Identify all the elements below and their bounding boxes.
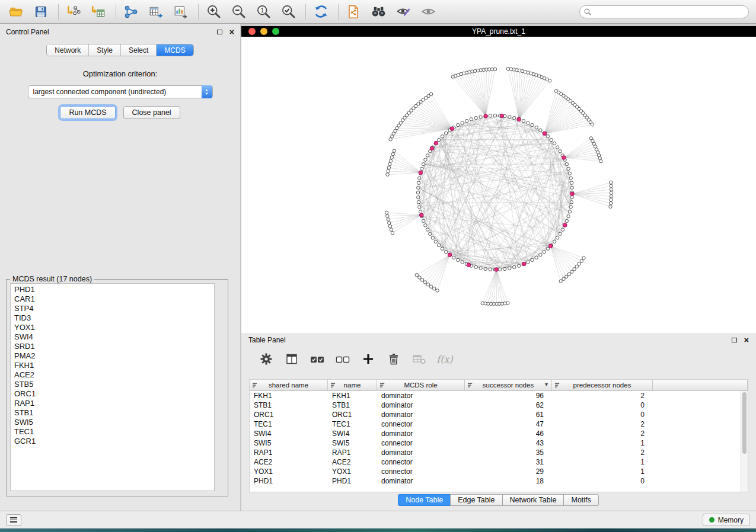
new-network-button[interactable] — [122, 3, 140, 21]
export-image-button[interactable] — [172, 3, 190, 21]
cell-shared-name: STB1 — [250, 400, 328, 410]
sort-icon — [331, 383, 336, 388]
window-close-button[interactable] — [248, 28, 256, 35]
mcds-result-item[interactable]: YOX1 — [11, 323, 214, 332]
tab-edge-table[interactable]: Edge Table — [450, 494, 502, 506]
table-row[interactable]: TEC1 TEC1 connector 47 2 — [250, 419, 741, 429]
sort-icon — [380, 383, 385, 388]
annotation-button[interactable] — [394, 3, 412, 21]
zoom-in-button[interactable] — [205, 3, 222, 21]
table-row[interactable]: ORC1 ORC1 dominator 61 0 — [250, 410, 741, 419]
zoom-fit-icon: 1 — [256, 4, 272, 20]
memory-button[interactable]: Memory — [703, 514, 750, 526]
select-all-button[interactable] — [310, 351, 325, 367]
column-header-predecessor-nodes[interactable]: predecessor nodes — [552, 380, 653, 390]
import-network-icon — [66, 4, 81, 20]
column-settings-button[interactable] — [259, 351, 274, 367]
mcds-result-item[interactable]: ORC1 — [11, 389, 214, 399]
delete-column-button[interactable] — [386, 351, 401, 367]
mcds-result-item[interactable]: ACE2 — [11, 370, 214, 380]
tab-node-table[interactable]: Node Table — [398, 494, 451, 506]
cell-predecessor-nodes: 2 — [552, 429, 653, 438]
column-header-successor-nodes[interactable]: successor nodes ▾ — [465, 380, 552, 390]
cell-shared-name: ACE2 — [250, 457, 328, 467]
table-row[interactable]: RAP1 RAP1 dominator 35 2 — [250, 448, 741, 457]
zoom-out-button[interactable] — [229, 3, 247, 21]
zoom-fit-button[interactable]: 1 — [254, 3, 272, 21]
mcds-result-item[interactable]: RAP1 — [11, 399, 214, 408]
deselect-all-button[interactable] — [335, 351, 350, 367]
mcds-result-item[interactable]: GCR1 — [11, 437, 214, 446]
table-row[interactable]: SWI4 SWI4 dominator 46 2 — [250, 429, 741, 438]
add-column-button[interactable] — [361, 351, 376, 367]
network-from-table-button[interactable] — [147, 3, 165, 21]
zoom-out-icon — [231, 4, 247, 20]
run-mcds-button[interactable]: Run MCDS — [60, 106, 115, 119]
table-row[interactable]: STB1 STB1 dominator 62 0 — [250, 400, 741, 410]
search-network-button[interactable] — [369, 3, 387, 21]
tab-select[interactable]: Select — [121, 44, 157, 56]
mcds-result-item[interactable]: TEC1 — [11, 427, 214, 437]
publish-document-button[interactable] — [344, 3, 362, 21]
cell-mcds-role: dominator — [377, 448, 465, 457]
column-header-name[interactable]: name — [328, 380, 377, 390]
search-input[interactable] — [579, 5, 749, 18]
cell-successor-nodes: 96 — [465, 391, 552, 400]
tab-network[interactable]: Network — [47, 44, 89, 56]
mcds-result-item[interactable]: STP4 — [11, 304, 214, 313]
mcds-result-item[interactable]: STB1 — [11, 408, 214, 418]
close-table-panel-icon[interactable]: × — [744, 336, 749, 344]
float-table-panel-icon[interactable] — [732, 338, 737, 342]
sort-icon — [468, 383, 473, 388]
import-table-icon — [91, 4, 106, 20]
mcds-result-item[interactable]: FKH1 — [11, 361, 214, 370]
mcds-result-item[interactable]: STB5 — [11, 380, 214, 389]
criterion-select[interactable]: largest connected component (undirected)… — [28, 85, 213, 98]
show-hide-button[interactable] — [419, 3, 437, 21]
function-builder-button[interactable]: f(x) — [437, 351, 452, 367]
tab-style[interactable]: Style — [89, 44, 121, 56]
mcds-result-item[interactable]: PHD1 — [11, 285, 214, 294]
import-table-button[interactable] — [90, 3, 107, 21]
toggle-column-panel-button[interactable] — [284, 351, 299, 367]
mcds-result-item[interactable]: TID3 — [11, 313, 214, 323]
mcds-result-item[interactable]: CAR1 — [11, 294, 214, 304]
tab-motifs[interactable]: Motifs — [563, 494, 598, 506]
toolbar-separator — [338, 4, 339, 20]
mcds-result-item[interactable]: PMA2 — [11, 351, 214, 361]
close-panel-button[interactable]: Close panel — [123, 106, 180, 119]
cell-predecessor-nodes: 1 — [552, 457, 653, 467]
mcds-result-item[interactable]: SWI5 — [11, 418, 214, 427]
mcds-result-item[interactable]: SWI4 — [11, 332, 214, 342]
table-arrow-icon — [148, 4, 164, 20]
float-panel-icon[interactable] — [217, 30, 222, 34]
tab-network-table[interactable]: Network Table — [502, 494, 564, 506]
cell-mcds-role: dominator — [377, 429, 465, 438]
scrollbar-thumb[interactable] — [742, 392, 747, 454]
toolbar-separator — [58, 4, 59, 20]
table-row[interactable]: FKH1 FKH1 dominator 96 2 — [250, 391, 741, 400]
show-panel-list-button[interactable] — [6, 514, 21, 526]
cell-predecessor-nodes: 2 — [552, 448, 653, 457]
delete-table-button[interactable] — [412, 351, 427, 367]
zoom-selected-button[interactable] — [279, 3, 297, 21]
close-panel-icon[interactable]: × — [229, 28, 234, 36]
network-canvas[interactable] — [241, 37, 756, 333]
table-row[interactable]: ACE2 ACE2 connector 31 1 — [250, 457, 741, 467]
cell-successor-nodes: 35 — [465, 448, 552, 457]
window-minimize-button[interactable] — [260, 28, 267, 35]
network-share-icon — [123, 4, 139, 20]
tab-mcds[interactable]: MCDS — [157, 44, 193, 56]
open-file-button[interactable] — [7, 3, 25, 21]
column-header-shared-name[interactable]: shared name — [250, 380, 328, 390]
mcds-result-item[interactable]: SRD1 — [11, 342, 214, 351]
table-row[interactable]: PHD1 PHD1 dominator 18 0 — [250, 476, 741, 486]
table-row[interactable]: SWI5 SWI5 connector 43 1 — [250, 438, 741, 448]
window-zoom-button[interactable] — [272, 28, 279, 35]
column-header-mcds-role[interactable]: MCDS role — [377, 380, 465, 390]
import-network-button[interactable] — [65, 3, 82, 21]
optimization-criterion-label: Optimization criterion: — [0, 69, 240, 78]
apply-layout-button[interactable] — [312, 3, 330, 21]
save-session-button[interactable] — [32, 3, 50, 21]
table-row[interactable]: YOX1 YOX1 connector 29 1 — [250, 467, 741, 476]
